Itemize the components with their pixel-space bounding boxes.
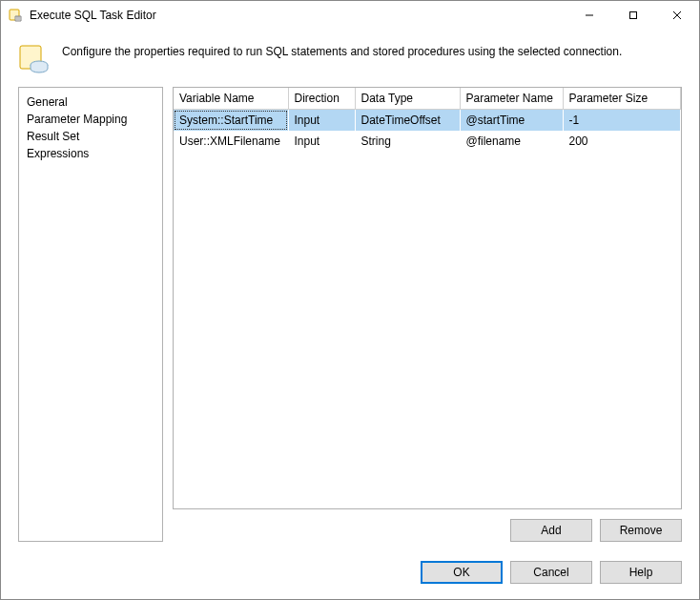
cell-direction[interactable]: Input: [288, 110, 355, 132]
column-header-direction[interactable]: Direction: [288, 88, 355, 110]
header-description: Configure the properties required to run…: [62, 43, 622, 58]
svg-rect-2: [630, 12, 637, 19]
body: General Parameter Mapping Result Set Exp…: [1, 87, 699, 549]
minimize-button[interactable]: [567, 1, 611, 30]
maximize-button[interactable]: [611, 1, 655, 30]
add-button[interactable]: Add: [510, 519, 592, 542]
cell-data-type[interactable]: DateTimeOffset: [355, 110, 460, 132]
cell-variable-name[interactable]: User::XMLFilename: [174, 131, 288, 152]
help-button[interactable]: Help: [600, 561, 682, 584]
column-header-parameter-size[interactable]: Parameter Size: [563, 88, 681, 110]
titlebar-buttons: [567, 1, 699, 30]
app-icon: [9, 8, 24, 23]
cell-direction[interactable]: Input: [288, 131, 355, 152]
column-header-parameter-name[interactable]: Parameter Name: [460, 88, 563, 110]
dialog-window: Execute SQL Task Editor Configure the pr…: [0, 0, 700, 600]
column-header-variable-name[interactable]: Variable Name: [174, 88, 288, 110]
window-title: Execute SQL Task Editor: [30, 9, 567, 22]
sidebar-item-general[interactable]: General: [19, 93, 162, 111]
remove-button[interactable]: Remove: [600, 519, 682, 542]
sidebar-item-parameter-mapping[interactable]: Parameter Mapping: [19, 111, 162, 128]
cell-parameter-name[interactable]: @filename: [460, 131, 563, 152]
sidebar-item-expressions[interactable]: Expressions: [19, 145, 162, 162]
cell-parameter-size[interactable]: -1: [563, 110, 681, 132]
cell-data-type[interactable]: String: [355, 131, 460, 152]
cell-parameter-name[interactable]: @startTime: [460, 110, 563, 132]
sidebar: General Parameter Mapping Result Set Exp…: [18, 87, 163, 542]
titlebar: Execute SQL Task Editor: [1, 1, 699, 30]
dialog-buttons: OK Cancel Help: [1, 549, 699, 599]
grid-row[interactable]: System::StartTime Input DateTimeOffset @…: [174, 110, 681, 132]
task-icon: [18, 43, 51, 75]
grid-row[interactable]: User::XMLFilename Input String @filename…: [174, 131, 681, 152]
cell-variable-name[interactable]: System::StartTime: [174, 110, 288, 132]
ok-button[interactable]: OK: [421, 561, 503, 584]
parameter-grid[interactable]: Variable Name Direction Data Type Parame…: [173, 87, 682, 509]
header: Configure the properties required to run…: [1, 30, 699, 87]
cancel-button[interactable]: Cancel: [510, 561, 592, 584]
close-button[interactable]: [655, 1, 699, 30]
grid-header-row: Variable Name Direction Data Type Parame…: [174, 88, 681, 110]
column-header-data-type[interactable]: Data Type: [355, 88, 460, 110]
main-panel: Variable Name Direction Data Type Parame…: [173, 87, 682, 542]
cell-parameter-size[interactable]: 200: [563, 131, 681, 152]
panel-buttons: Add Remove: [173, 509, 682, 542]
sidebar-item-result-set[interactable]: Result Set: [19, 128, 162, 145]
